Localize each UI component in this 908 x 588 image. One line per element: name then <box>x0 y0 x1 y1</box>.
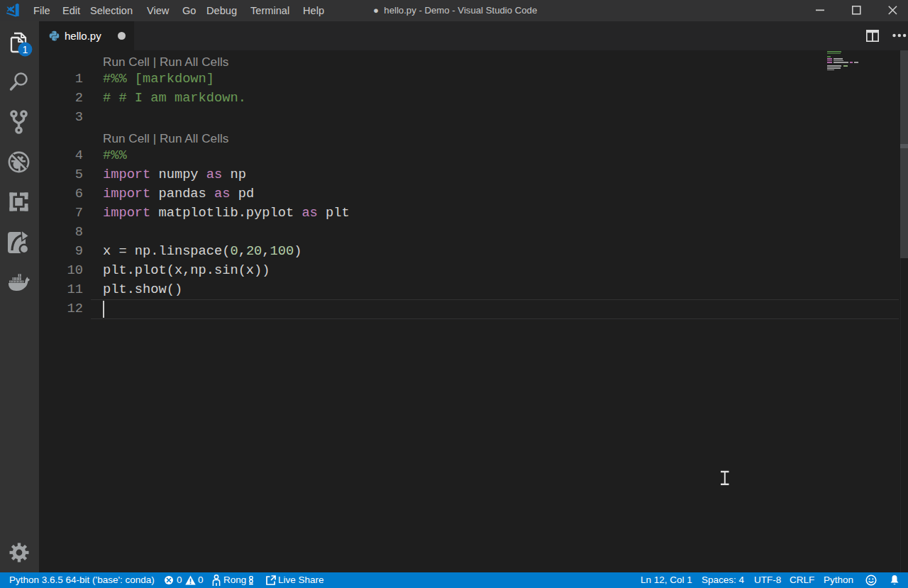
svg-text:1: 1 <box>23 44 28 55</box>
